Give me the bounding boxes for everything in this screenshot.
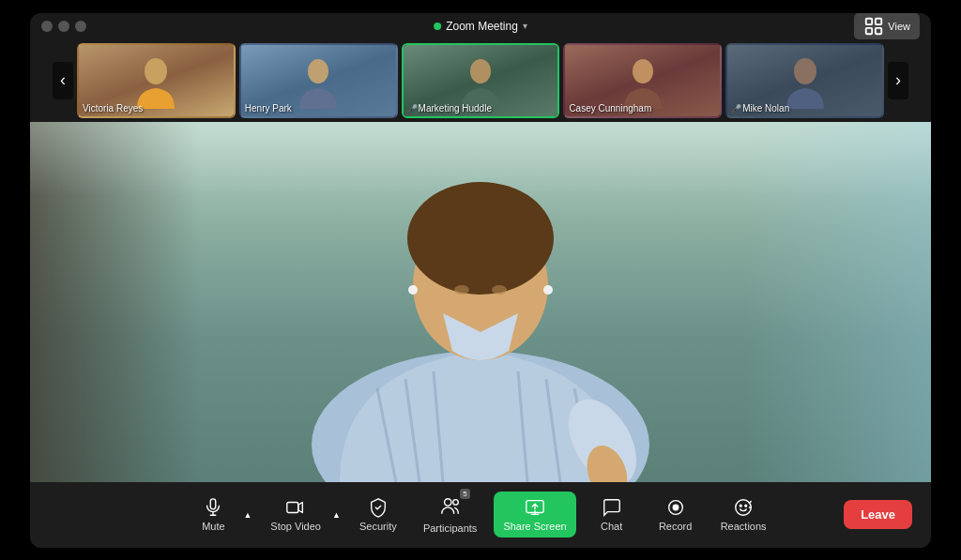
svg-rect-25 [211, 499, 217, 509]
svg-point-7 [633, 59, 653, 83]
participant-tiles: Victoria Reyes Henry Park [77, 43, 884, 118]
security-icon [368, 497, 389, 518]
svg-point-13 [454, 285, 469, 295]
share-screen-button[interactable]: Share Screen [494, 492, 575, 537]
view-button[interactable]: View [854, 13, 920, 39]
record-button[interactable]: Record [648, 492, 704, 537]
microphone-icon [203, 497, 223, 518]
mute-button[interactable]: Mute [185, 492, 241, 537]
svg-point-36 [740, 505, 741, 507]
svg-rect-2 [866, 27, 872, 33]
participant-tile-henry[interactable]: Henry Park [239, 43, 398, 118]
svg-point-4 [145, 58, 167, 84]
strip-next-button[interactable]: › [888, 62, 908, 99]
app-window: Zoom Meeting ▾ View ‹ [30, 13, 931, 548]
record-icon [665, 497, 686, 518]
svg-point-37 [745, 505, 747, 507]
mute-group: Mute ▲ [185, 492, 253, 537]
svg-rect-3 [876, 27, 881, 33]
speaker-svg [152, 126, 809, 482]
participants-icon-group: 5 [440, 496, 461, 520]
maximize-btn[interactable] [75, 21, 86, 32]
view-icon [863, 16, 884, 37]
svg-point-6 [470, 59, 491, 83]
window-controls [41, 21, 86, 32]
main-video [30, 122, 931, 482]
reactions-button[interactable]: Reactions [711, 492, 776, 537]
svg-point-29 [444, 498, 450, 505]
chat-icon [602, 497, 622, 518]
participant-tile-mike[interactable]: 🎤 Mike Nolan [725, 43, 884, 118]
stop-video-group: Stop Video ▲ [261, 492, 343, 537]
title-bar: Zoom Meeting ▾ View [30, 13, 931, 39]
tile-label-marketing: Marketing Huddle [419, 103, 492, 114]
participant-tile-casey[interactable]: Casey Cunningham [563, 43, 722, 118]
chevron-down-icon: ▾ [523, 21, 527, 31]
person-silhouette-3 [457, 53, 504, 109]
person-silhouette-5 [782, 53, 829, 109]
video-icon [285, 497, 306, 518]
person-silhouette-1 [132, 53, 179, 109]
stop-video-label: Stop Video [270, 521, 321, 532]
reactions-icon [733, 497, 754, 518]
participants-strip: ‹ Victoria Reyes [30, 39, 931, 122]
security-button[interactable]: Security [350, 492, 406, 537]
share-screen-label: Share Screen [503, 521, 566, 532]
tile-label-casey: Casey Cunningham [569, 103, 651, 114]
chat-label: Chat [601, 521, 622, 532]
mute-label: Mute [202, 521, 224, 532]
svg-point-16 [543, 285, 553, 295]
participants-icon [440, 496, 461, 517]
participants-button[interactable]: 5 Participants [414, 491, 486, 539]
participants-label: Participants [423, 522, 477, 534]
stop-video-button[interactable]: Stop Video [261, 492, 330, 537]
svg-rect-28 [287, 503, 298, 513]
share-screen-icon [525, 497, 545, 518]
svg-point-14 [492, 285, 507, 295]
record-label: Record [659, 521, 692, 532]
minimize-btn[interactable] [58, 21, 69, 32]
video-caret[interactable]: ▲ [330, 510, 343, 520]
svg-point-34 [673, 505, 679, 510]
participant-tile-victoria[interactable]: Victoria Reyes [77, 43, 236, 118]
security-label: Security [359, 521, 397, 532]
main-speaker-figure [30, 122, 931, 482]
participant-tile-marketing[interactable]: 🎤 Marketing Huddle [402, 43, 560, 118]
tile-label-victoria: Victoria Reyes [83, 103, 143, 114]
svg-point-30 [452, 499, 458, 505]
tile-label-henry: Henry Park [245, 103, 292, 114]
person-silhouette-2 [295, 53, 342, 109]
mute-caret[interactable]: ▲ [241, 510, 253, 520]
svg-rect-0 [866, 18, 872, 23]
svg-point-5 [308, 59, 328, 83]
toolbar: Mute ▲ Stop Video ▲ Security [30, 482, 931, 548]
participants-count: 5 [460, 489, 469, 499]
tile-label-mike: Mike Nolan [742, 103, 789, 114]
chat-button[interactable]: Chat [584, 492, 640, 537]
svg-point-15 [408, 285, 418, 295]
meeting-title-group[interactable]: Zoom Meeting ▾ [434, 20, 527, 33]
strip-prev-button[interactable]: ‹ [53, 62, 73, 99]
svg-rect-1 [876, 18, 881, 23]
leave-button[interactable]: Leave [844, 500, 912, 529]
svg-point-8 [794, 58, 816, 84]
meeting-title: Zoom Meeting [446, 20, 518, 33]
reactions-label: Reactions [721, 521, 767, 532]
close-btn[interactable] [41, 21, 53, 32]
view-button-label: View [888, 21, 910, 32]
meeting-status-dot [434, 23, 441, 30]
person-silhouette-4 [619, 53, 666, 109]
